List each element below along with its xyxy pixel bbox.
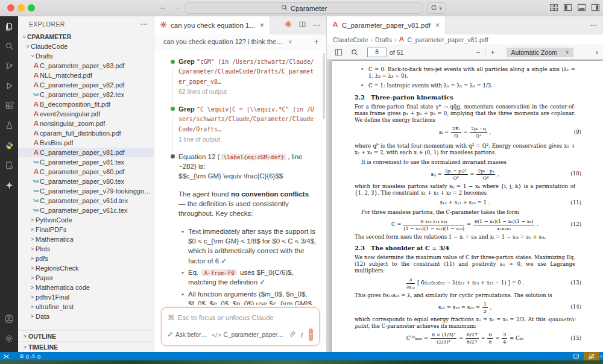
run-debug-icon[interactable] <box>0 76 18 96</box>
tool-output-meta[interactable]: 1 line of output <box>178 135 317 144</box>
tree-item[interactable]: >PythonCode <box>18 215 154 225</box>
problems-indicator[interactable]: ⊘ 0 ⚠ 0 <box>19 353 40 360</box>
toggle-pdf-sidebar-icon[interactable] <box>335 49 343 56</box>
source-control-icon[interactable] <box>0 56 18 76</box>
tree-item[interactable]: TeXC_parameter_paper_v79-lookinggood-… <box>18 186 154 196</box>
forward-arrow-icon[interactable]: → <box>173 2 181 11</box>
tree-item[interactable]: BvsBns.pdf <box>18 138 154 148</box>
tree-item[interactable]: >Mathematica <box>18 234 154 244</box>
toggle-primary-sidebar-icon[interactable] <box>563 3 572 12</box>
send-button[interactable]: ↑ <box>309 328 313 341</box>
minimize-window-button[interactable] <box>17 4 25 11</box>
extensions-icon[interactable] <box>0 96 18 116</box>
tree-item[interactable]: >Paper <box>18 273 154 283</box>
tree-item[interactable]: >pdfs <box>18 254 154 263</box>
breadcrumb-item[interactable]: C_parameter_paper_v81.pdf <box>399 36 488 43</box>
toggle-panel-icon[interactable] <box>577 3 586 12</box>
tree-item[interactable]: TeXC_parameter_paper_v82.tex <box>18 90 154 99</box>
sidebar-section-timeline[interactable]: >TIMELINE <box>18 341 154 352</box>
tree-item[interactable]: TeXC_parameter_paper_v80.tex <box>18 177 154 186</box>
tree-item[interactable]: >Drafts <box>18 51 154 61</box>
pdf-tab[interactable]: C_parameter_paper_v81.pdf × <box>327 16 446 34</box>
tree-item[interactable]: TeXC_parameter_paper_v81.tex <box>18 157 154 167</box>
permission-mode-button[interactable]: Ask befor… <box>168 331 207 338</box>
tree-item[interactable]: cparam_full_distribution.pdf <box>18 128 154 138</box>
numerator: 2Eᵢ <box>451 126 461 133</box>
accounts-icon[interactable] <box>0 309 18 328</box>
tree-item[interactable]: >CPARAMETER <box>18 32 154 42</box>
tree-item[interactable]: >Data <box>18 312 154 321</box>
breadcrumb[interactable]: ClaudeCode›Drafts›C_parameter_paper_v81.… <box>327 34 603 45</box>
search-icon[interactable] <box>0 36 18 56</box>
explorer-icon[interactable] <box>0 16 18 36</box>
pdf-search-icon[interactable] <box>351 49 358 56</box>
numerator: ∂ <box>406 277 415 284</box>
more-actions-icon[interactable]: ⋯ <box>590 21 597 30</box>
slash-command-button[interactable]: / <box>300 331 304 339</box>
python-icon[interactable] <box>0 136 18 155</box>
claude-spark-icon[interactable] <box>285 20 292 30</box>
equation-text: s₁₂ = s₁₃ = s₂₃ = <box>438 304 482 311</box>
tree-item[interactable]: event2vssingular.pdf <box>18 109 154 119</box>
tree-item[interactable]: >RegionsCheck <box>18 263 154 273</box>
tree-item[interactable]: C_parameter_paper_v82.pdf <box>18 80 154 90</box>
more-actions-icon[interactable]: ⋯ <box>313 21 320 30</box>
equation-text: sᵢⱼ = <box>431 171 443 178</box>
tree-item[interactable]: >Mathematica code <box>18 283 154 292</box>
tree-item[interactable]: NLL_matched.pdf <box>18 71 154 80</box>
chevron-down-icon[interactable]: ∨ <box>288 39 292 45</box>
chat-tab[interactable]: can you check equation 1... × <box>154 16 270 34</box>
conversation-title-row[interactable]: can you check equation 12? i think the c… <box>154 34 326 49</box>
do-not-disturb-bell-icon[interactable] <box>584 352 599 360</box>
explorer-sidebar: EXPLORER ⋯ >CPARAMETER>ClaudeCode>Drafts… <box>18 16 154 352</box>
zoom-out-button[interactable]: − <box>471 48 485 57</box>
claude-extension-icon[interactable] <box>0 175 18 195</box>
zoom-select[interactable]: Automatic Zoom ∨ <box>507 48 573 57</box>
toolbar-overflow-icon[interactable]: › <box>596 48 599 57</box>
pdf-viewport[interactable]: •C = 0: Back-to-back two-jet events with… <box>327 60 603 352</box>
notifications-bell-icon[interactable] <box>599 353 603 360</box>
breadcrumb-item[interactable]: ClaudeCode <box>333 36 368 43</box>
zoom-in-button[interactable]: + <box>485 48 499 57</box>
tree-item[interactable]: TeXC_parameter_paper_v61c.tex <box>18 206 154 215</box>
tree-item[interactable]: TeXC_parameter_paper_v61d.tex <box>18 196 154 206</box>
back-arrow-icon[interactable]: ← <box>159 2 167 11</box>
tree-item[interactable]: C_parameter_paper_v83.pdf <box>18 61 154 71</box>
attach-file-button[interactable] <box>288 331 295 339</box>
toggle-secondary-sidebar-icon[interactable] <box>591 3 600 12</box>
context-file-button[interactable]: </> C_parameter_paper… <box>212 331 283 338</box>
explorer-more-icon[interactable]: ⋯ <box>140 20 148 28</box>
tree-item[interactable]: >ClaudeCode <box>18 42 154 51</box>
remote-indicator-icon[interactable] <box>0 352 12 360</box>
split-editor-icon[interactable] <box>298 20 306 30</box>
tree-item[interactable]: >ultrafine_test <box>18 302 154 312</box>
close-icon[interactable]: × <box>260 21 264 30</box>
page-number-input[interactable]: 8 <box>367 48 387 57</box>
zoom-window-button[interactable] <box>28 4 35 11</box>
bullet-marker: • <box>361 66 368 80</box>
close-icon[interactable]: × <box>435 21 440 30</box>
refresh-button[interactable]: ∨ <box>427 2 446 14</box>
tree-item[interactable]: nonsingular_zoom.pdf <box>18 119 154 128</box>
chat-input-box[interactable]: ⌘ Esc to focus or unfocus Claude Ask bef… <box>161 307 320 346</box>
settings-gear-icon[interactable] <box>0 328 18 348</box>
chevron-right-icon: > <box>29 236 36 242</box>
close-window-button[interactable] <box>7 4 14 11</box>
remote-explorer-icon[interactable] <box>0 155 18 175</box>
copilot-icon[interactable] <box>568 352 584 360</box>
tree-item[interactable]: >Plots <box>18 244 154 254</box>
numerator: (pᵢ + pⱼ)² <box>444 168 468 175</box>
tree-item[interactable]: B_decomposition_fit.pdf <box>18 99 154 109</box>
command-center-search[interactable]: Cparameter <box>185 2 423 14</box>
tree-item[interactable]: >pdfsv1Final <box>18 292 154 302</box>
customize-layout-icon[interactable] <box>549 3 558 12</box>
tree-item[interactable]: C_parameter_paper_v80.pdf <box>18 167 154 177</box>
tool-output-meta[interactable]: 62 lines of output <box>178 87 317 96</box>
breadcrumb-item[interactable]: Drafts <box>375 36 392 43</box>
chat-scrollbar[interactable] <box>323 53 325 119</box>
tree-item[interactable]: >FinalPDFs <box>18 225 154 234</box>
new-chat-button[interactable]: + <box>314 37 319 46</box>
testing-icon[interactable] <box>0 116 18 136</box>
sidebar-section-outline[interactable]: >OUTLINE <box>18 330 154 341</box>
tree-item[interactable]: C_parameter_paper_v81.pdf <box>18 148 154 157</box>
